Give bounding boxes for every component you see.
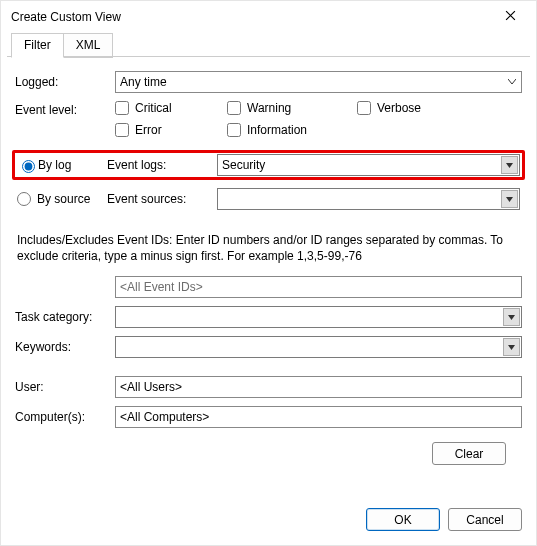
check-information-label: Information — [247, 123, 307, 137]
chevron-down-icon — [503, 72, 521, 92]
check-information-box[interactable] — [227, 123, 241, 137]
check-critical-box[interactable] — [115, 101, 129, 115]
tab-xml[interactable]: XML — [63, 33, 114, 58]
dropdown-button-icon[interactable] — [503, 338, 520, 356]
radio-by-log-label: By log — [38, 158, 71, 172]
check-error[interactable]: Error — [115, 123, 207, 137]
check-verbose-box[interactable] — [357, 101, 371, 115]
check-error-box[interactable] — [115, 123, 129, 137]
label-event-level: Event level: — [15, 101, 115, 117]
dialog-window: Create Custom View Filter XML Logged: An… — [0, 0, 537, 546]
check-warning-label: Warning — [247, 101, 291, 115]
ok-button[interactable]: OK — [366, 508, 440, 531]
task-category-combo[interactable] — [115, 306, 522, 328]
cancel-button[interactable]: Cancel — [448, 508, 522, 531]
radio-by-source[interactable] — [17, 192, 31, 206]
user-input[interactable] — [115, 376, 522, 398]
check-information[interactable]: Information — [227, 123, 307, 137]
label-logged: Logged: — [15, 75, 115, 89]
event-ids-input[interactable] — [115, 276, 522, 298]
by-log-highlight: By log Event logs: Security — [12, 150, 525, 180]
check-error-label: Error — [135, 123, 162, 137]
cancel-button-label: Cancel — [466, 513, 503, 527]
check-critical[interactable]: Critical — [115, 101, 207, 115]
title-bar: Create Custom View — [1, 1, 536, 33]
label-task-category: Task category: — [15, 310, 115, 324]
clear-button[interactable]: Clear — [432, 442, 506, 465]
dialog-footer: OK Cancel — [1, 498, 536, 545]
check-critical-label: Critical — [135, 101, 172, 115]
dropdown-button-icon[interactable] — [501, 190, 518, 208]
label-computers: Computer(s): — [15, 410, 115, 424]
ok-button-label: OK — [394, 513, 411, 527]
tab-filter[interactable]: Filter — [11, 33, 64, 58]
label-user: User: — [15, 380, 115, 394]
close-button[interactable] — [490, 3, 530, 31]
label-event-logs: Event logs: — [107, 158, 217, 172]
close-icon — [505, 10, 516, 24]
dropdown-button-icon[interactable] — [501, 156, 518, 174]
event-logs-value: Security — [222, 158, 265, 172]
computers-input[interactable] — [115, 406, 522, 428]
label-keywords: Keywords: — [15, 340, 115, 354]
check-warning-box[interactable] — [227, 101, 241, 115]
check-verbose-label: Verbose — [377, 101, 421, 115]
tab-strip: Filter XML — [1, 33, 536, 57]
logged-combo[interactable]: Any time — [115, 71, 522, 93]
tab-xml-label: XML — [76, 38, 101, 52]
clear-button-label: Clear — [455, 447, 484, 461]
window-title: Create Custom View — [11, 10, 121, 24]
event-sources-combo[interactable] — [217, 188, 520, 210]
keywords-combo[interactable] — [115, 336, 522, 358]
radio-by-log[interactable] — [22, 160, 35, 173]
radio-by-source-label: By source — [37, 192, 90, 206]
logged-value: Any time — [120, 75, 167, 89]
check-warning[interactable]: Warning — [227, 101, 337, 115]
tab-filter-label: Filter — [24, 38, 51, 52]
dropdown-button-icon[interactable] — [503, 308, 520, 326]
include-exclude-help: Includes/Excludes Event IDs: Enter ID nu… — [17, 232, 522, 264]
filter-panel: Logged: Any time Event level: Critical — [1, 57, 536, 465]
label-event-sources: Event sources: — [107, 192, 217, 206]
check-verbose[interactable]: Verbose — [357, 101, 421, 115]
event-logs-combo[interactable]: Security — [217, 154, 520, 176]
